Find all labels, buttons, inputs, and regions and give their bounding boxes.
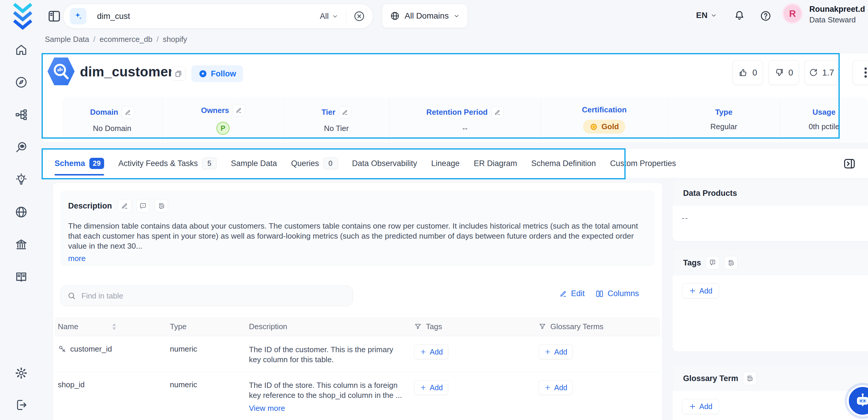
find-in-table-input[interactable] [81, 291, 346, 301]
globe-icon [390, 11, 400, 21]
search-clear-icon[interactable] [353, 10, 365, 22]
add-label: Add [699, 287, 712, 295]
find-in-table-search[interactable] [60, 286, 353, 306]
add-glossary-term-button[interactable]: Add [538, 344, 573, 359]
insights-bulb-icon[interactable] [14, 173, 28, 186]
edit-description-icon[interactable] [118, 199, 131, 213]
add-label: Add [699, 402, 712, 411]
tab-activity-feeds[interactable]: Activity Feeds & Tasks 5 [118, 149, 217, 178]
view-more-link[interactable]: View more [249, 403, 407, 413]
edit-tier-icon[interactable] [339, 106, 351, 119]
edit-retention-icon[interactable] [491, 106, 504, 119]
filter-icon[interactable] [414, 323, 422, 330]
global-search-bar[interactable]: dim_cust All [63, 4, 373, 29]
add-glossary-term-button[interactable]: Add [682, 399, 719, 414]
tab-queries[interactable]: Queries 0 [291, 149, 338, 178]
tier-label[interactable]: Tier [321, 108, 335, 117]
breadcrumb: Sample Data / ecommerce_db / shopify [45, 35, 187, 44]
settings-gear-icon[interactable] [14, 366, 28, 380]
edit-domain-icon[interactable] [122, 106, 134, 119]
follow-button[interactable]: Follow [191, 65, 243, 82]
copy-name-button[interactable] [172, 67, 186, 81]
description-more-link[interactable]: more [68, 254, 86, 263]
add-tag-button[interactable]: Add [682, 283, 719, 299]
breadcrumb-item[interactable]: Sample Data [45, 35, 89, 44]
add-tag-button[interactable]: Add [414, 380, 448, 395]
all-domains-button[interactable]: All Domains [382, 4, 468, 28]
owner-avatar[interactable]: P [216, 122, 229, 135]
description-card: Description The dimension table contains… [60, 190, 655, 266]
col-header-name[interactable]: Name [55, 317, 167, 336]
entity-tabs: Schema 29 Activity Feeds & Tasks 5 Sampl… [42, 149, 868, 178]
tab-lineage[interactable]: Lineage [431, 149, 460, 178]
star-icon [198, 69, 207, 78]
retention-label[interactable]: Retention Period [426, 108, 488, 117]
metadata-owners: Owners P [162, 97, 284, 142]
metadata-type: Type Regular [668, 97, 780, 142]
tags-request-icon[interactable] [706, 256, 719, 270]
user-avatar[interactable]: R [782, 3, 803, 24]
plus-icon [689, 402, 696, 410]
columns-icon [595, 289, 604, 298]
column-name[interactable]: shop_id [58, 380, 85, 389]
suggestions-icon[interactable] [155, 199, 168, 213]
add-glossary-term-button[interactable]: Add [538, 380, 573, 395]
tab-schema[interactable]: Schema 29 [55, 149, 104, 178]
app: dim_cust All All Domains EN [0, 0, 868, 420]
language-selector[interactable]: EN [696, 11, 717, 20]
filter-icon[interactable] [538, 323, 546, 330]
logout-icon[interactable] [14, 398, 28, 412]
type-label[interactable]: Type [715, 108, 733, 117]
header-label: Description [249, 322, 287, 331]
comment-icon[interactable] [136, 199, 150, 213]
plus-icon [544, 348, 551, 355]
tab-custom-properties[interactable]: Custom Properties [610, 149, 676, 178]
tab-er-diagram[interactable]: ER Diagram [474, 149, 517, 178]
glossary-conversation-icon[interactable] [743, 371, 756, 385]
tab-sample-data[interactable]: Sample Data [231, 149, 277, 178]
tags-title: Tags [683, 258, 701, 268]
observability-search-eye-icon[interactable] [14, 140, 28, 154]
app-logo-icon[interactable] [11, 2, 35, 30]
tags-conversation-icon[interactable] [724, 256, 738, 270]
downvote-button[interactable]: 0 [768, 60, 799, 85]
lineage-network-icon[interactable] [14, 108, 28, 121]
left-sidebar [0, 32, 42, 420]
domain-label[interactable]: Domain [90, 108, 118, 117]
explore-compass-icon[interactable] [14, 76, 28, 89]
tab-data-observability[interactable]: Data Observability [352, 149, 417, 178]
data-products-card: Data Products -- [673, 181, 868, 241]
tab-count-badge: 29 [89, 158, 104, 169]
sidebar-toggle-icon[interactable] [46, 8, 62, 24]
active-tab-underline [55, 174, 104, 176]
breadcrumb-item[interactable]: ecommerce_db [100, 35, 153, 44]
version-history-button[interactable]: 1.7 [804, 60, 838, 85]
breadcrumb-item[interactable]: shopify [163, 35, 187, 44]
owners-label[interactable]: Owners [201, 106, 229, 115]
collapse-right-panel-icon[interactable] [843, 157, 856, 171]
notifications-bell-icon[interactable] [733, 9, 746, 22]
certification-label[interactable]: Certification [582, 105, 627, 115]
metadata-usage: Usage 0th pctile [780, 97, 868, 142]
add-tag-button[interactable]: Add [414, 344, 448, 359]
tab-schema-definition[interactable]: Schema Definition [531, 149, 596, 178]
domains-globe-icon[interactable] [14, 205, 28, 219]
breadcrumb-separator: / [93, 35, 95, 44]
home-icon[interactable] [14, 43, 28, 57]
columns-button[interactable]: Columns [595, 289, 639, 298]
governance-bank-icon[interactable] [14, 238, 28, 251]
upvote-button[interactable]: 0 [732, 60, 763, 85]
glossary-book-icon[interactable] [14, 270, 28, 284]
search-scope-dropdown[interactable]: All [320, 12, 338, 21]
search-input[interactable]: dim_cust [97, 11, 320, 21]
table-service-icon [47, 55, 75, 87]
usage-label[interactable]: Usage [812, 108, 836, 117]
search-icon [67, 291, 76, 300]
plus-icon [689, 287, 696, 295]
column-name[interactable]: customer_id [70, 344, 112, 354]
help-icon[interactable] [760, 10, 772, 22]
edit-table-button[interactable]: Edit [559, 289, 585, 298]
edit-owners-icon[interactable] [233, 104, 245, 117]
more-options-kebab-button[interactable] [852, 60, 868, 85]
sort-icon[interactable] [112, 323, 117, 330]
